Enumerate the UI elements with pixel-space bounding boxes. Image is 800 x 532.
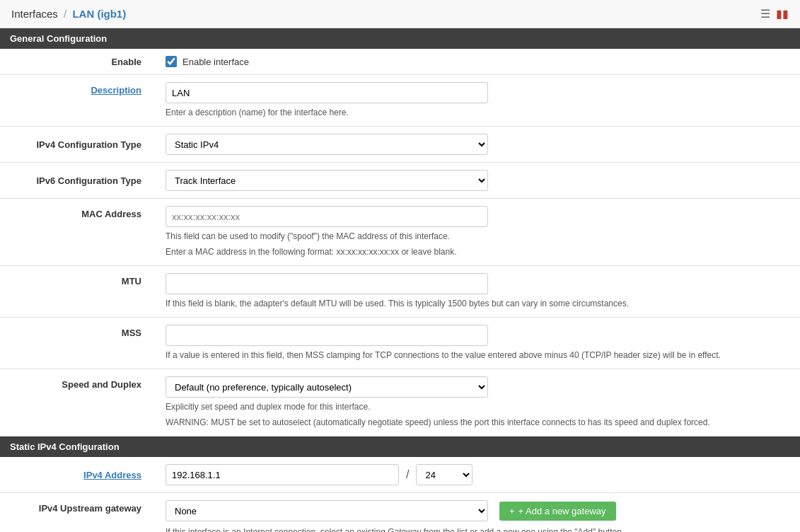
ipv6-config-type-row: IPv6 Configuration Type None Static IPv6… [0, 163, 800, 199]
speed-duplex-label: Speed and Duplex [0, 369, 156, 436]
mtu-input[interactable] [166, 273, 488, 294]
ipv4-config-type-label: IPv4 Configuration Type [0, 127, 156, 163]
mac-address-label: MAC Address [0, 199, 156, 266]
description-input[interactable] [166, 82, 488, 103]
description-row: Description Enter a description (name) f… [0, 75, 800, 127]
description-link[interactable]: Description [91, 85, 141, 96]
mss-help: If a value is entered in this field, the… [166, 349, 790, 362]
add-gateway-icon: + [509, 506, 515, 516]
mac-address-input[interactable] [166, 206, 488, 227]
ipv4-address-label: IPv4 Address [0, 457, 156, 493]
mtu-value: If this field is blank, the adapter's de… [156, 266, 800, 318]
breadcrumb-root: Interfaces [11, 8, 58, 20]
static-ipv4-config-header: Static IPv4 Configuration [0, 436, 800, 457]
ipv6-config-type-value: None Static IPv6 DHCPv6 SLAAC Track Inte… [156, 163, 800, 199]
enable-checkbox-label: Enable interface [182, 57, 249, 67]
enable-checkbox[interactable] [166, 56, 177, 67]
breadcrumb-current: LAN (igb1) [72, 8, 126, 20]
sliders-icon[interactable]: ☰ [760, 7, 770, 21]
speed-duplex-value: Default (no preference, typically autose… [156, 369, 800, 436]
ipv4-upstream-gateway-value: None + + Add a new gateway If this inter… [156, 493, 800, 533]
ipv6-config-type-label: IPv6 Configuration Type [0, 163, 156, 199]
general-config-header: General Configuration [0, 28, 800, 49]
add-gateway-button[interactable]: + + Add a new gateway [499, 502, 616, 521]
mac-address-help1: This field can be used to modify ("spoof… [166, 230, 790, 243]
mss-label: MSS [0, 318, 156, 369]
static-ipv4-config-table: IPv4 Address / 32313029 28272625 2423222… [0, 457, 800, 532]
mac-address-value: This field can be used to modify ("spoof… [156, 199, 800, 266]
speed-duplex-help1: Explicitly set speed and duplex mode for… [166, 400, 790, 413]
header-icons: ☰ ▮▮ [760, 7, 789, 21]
ipv6-config-type-select[interactable]: None Static IPv6 DHCPv6 SLAAC Track Inte… [166, 170, 488, 191]
mss-value: If a value is entered in this field, the… [156, 318, 800, 369]
enable-label: Enable [0, 49, 156, 75]
ipv4-upstream-gateway-row: IPv4 Upstream gateway None + + Add a new… [0, 493, 800, 533]
ipv4-address-link[interactable]: IPv4 Address [83, 470, 141, 480]
speed-duplex-select[interactable]: Default (no preference, typically autose… [166, 376, 488, 398]
description-value: Enter a description (name) for the inter… [156, 75, 800, 127]
breadcrumb-sep: / [64, 8, 66, 20]
mtu-row: MTU If this field is blank, the adapter'… [0, 266, 800, 318]
subnet-select[interactable]: 32313029 28272625 24232221 20168 [416, 464, 473, 485]
ipv4-upstream-gateway-label: IPv4 Upstream gateway [0, 493, 156, 533]
mac-address-help2: Enter a MAC address in the following for… [166, 245, 790, 258]
ipv4-address-input[interactable] [166, 464, 399, 485]
subnet-slash: / [403, 468, 412, 481]
mss-row: MSS If a value is entered in this field,… [0, 318, 800, 369]
description-help: Enter a description (name) for the inter… [166, 106, 790, 119]
gateway-select[interactable]: None [166, 500, 488, 521]
ipv4-config-type-select[interactable]: None Static IPv4 DHCP PPPoE Track Interf… [166, 134, 488, 155]
ipv4-address-row: IPv4 Address / 32313029 28272625 2423222… [0, 457, 800, 493]
mtu-help: If this field is blank, the adapter's de… [166, 297, 790, 310]
general-config-table: Enable Enable interface Description Ente… [0, 49, 800, 436]
ipv4-config-type-value: None Static IPv4 DHCP PPPoE Track Interf… [156, 127, 800, 163]
speed-duplex-row: Speed and Duplex Default (no preference,… [0, 369, 800, 436]
description-label: Description [0, 75, 156, 127]
ipv4-config-type-row: IPv4 Configuration Type None Static IPv4… [0, 127, 800, 163]
enable-value: Enable interface [156, 49, 800, 75]
mtu-label: MTU [0, 266, 156, 318]
gateway-help1: If this interface is an Internet connect… [166, 526, 790, 532]
mss-input[interactable] [166, 325, 488, 346]
page-header: Interfaces / LAN (igb1) ☰ ▮▮ [0, 0, 800, 28]
speed-duplex-help2: WARNING: MUST be set to autoselect (auto… [166, 416, 790, 429]
breadcrumb: Interfaces / LAN (igb1) [11, 8, 126, 20]
enable-row: Enable Enable interface [0, 49, 800, 75]
ipv4-address-value: / 32313029 28272625 24232221 20168 [156, 457, 800, 493]
mac-address-row: MAC Address This field can be used to mo… [0, 199, 800, 266]
chart-icon[interactable]: ▮▮ [776, 7, 789, 21]
add-gateway-label: + Add a new gateway [518, 506, 606, 516]
